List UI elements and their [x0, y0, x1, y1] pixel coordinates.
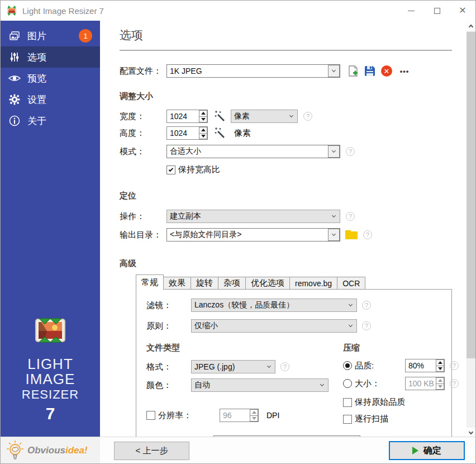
magic-wand-icon[interactable]	[214, 127, 226, 139]
delete-profile-button[interactable]: ✕	[380, 64, 393, 78]
check-icon	[169, 167, 173, 171]
sidebar-item-settings[interactable]: 设置	[1, 89, 100, 110]
eye-icon	[8, 72, 21, 84]
chevron-down-icon[interactable]	[328, 145, 340, 158]
sidebar-item-images[interactable]: 图片 1	[1, 25, 100, 46]
vertical-scrollbar[interactable]	[467, 21, 475, 438]
ok-button[interactable]: 确定	[389, 441, 465, 460]
ellipsis-icon: •••	[400, 67, 410, 75]
help-icon[interactable]: ?	[363, 230, 372, 239]
size-spinner[interactable]: 100 KB	[405, 377, 445, 390]
radio-dot-icon	[345, 363, 350, 368]
keep-aspect-label: 保持宽高比	[178, 164, 220, 175]
magic-wand-icon[interactable]	[214, 110, 226, 122]
height-increment-button[interactable]	[199, 127, 207, 134]
back-button[interactable]: < 上一步	[114, 442, 189, 460]
dpi-label: DPI	[266, 411, 279, 420]
format-dropdown[interactable]: JPEG (.jpg)	[191, 360, 275, 373]
tab-general[interactable]: 常规	[136, 274, 164, 290]
size-decrement-button[interactable]	[436, 384, 444, 390]
profile-value: 1K JPEG	[167, 67, 328, 75]
output-label: 输出目录：	[120, 230, 166, 240]
quality-radio[interactable]	[343, 361, 352, 370]
resolution-decrement-button[interactable]	[250, 416, 258, 422]
scrollbar-thumb[interactable]	[467, 32, 475, 358]
height-spinner[interactable]: 1024	[166, 126, 208, 140]
help-icon[interactable]: ?	[346, 147, 355, 156]
folder-icon[interactable]	[345, 230, 358, 240]
resolution-checkbox[interactable]	[146, 411, 155, 420]
principle-value: 仅缩小	[192, 321, 344, 331]
keep-aspect-row[interactable]: 保持宽高比	[166, 164, 467, 175]
help-icon[interactable]: ?	[362, 301, 371, 310]
help-icon[interactable]: ?	[303, 112, 312, 121]
sidebar-item-preview[interactable]: 预览	[1, 68, 100, 89]
advanced-heading: 高级	[120, 258, 467, 269]
new-profile-button[interactable]	[346, 64, 360, 78]
more-options-button[interactable]: •••	[398, 64, 411, 78]
scroll-up-button[interactable]	[467, 21, 475, 31]
size-radio[interactable]	[343, 379, 352, 388]
action-value: 建立副本	[167, 211, 327, 221]
sidebar-item-options[interactable]: 选项	[1, 46, 100, 68]
mode-combobox[interactable]: 合适大小	[166, 145, 340, 158]
profile-combobox[interactable]: 1K JPEG	[166, 64, 340, 78]
maximize-button[interactable]	[424, 1, 450, 21]
resolution-spinner[interactable]: 96	[220, 409, 259, 422]
close-button[interactable]: ✕	[450, 1, 475, 21]
action-dropdown[interactable]: 建立副本	[166, 210, 340, 223]
color-row: 颜色： 自动	[146, 378, 343, 392]
save-profile-button[interactable]	[363, 64, 377, 78]
keep-original-row[interactable]: 保持原始品质	[343, 397, 459, 408]
height-value: 1024	[167, 127, 199, 139]
sidebar-item-label: 选项	[27, 51, 46, 64]
help-icon[interactable]: ?	[362, 321, 371, 330]
chevron-down-icon[interactable]	[328, 229, 340, 241]
width-decrement-button[interactable]	[199, 117, 207, 123]
advanced-tabs: 常规 效果 旋转 杂项 优化选项 remove.bg OCR	[136, 274, 467, 290]
chevron-down-icon[interactable]	[328, 65, 340, 77]
quality-increment-button[interactable]	[436, 359, 444, 366]
minimize-button[interactable]	[398, 1, 424, 21]
height-unit-text: 像素	[231, 128, 251, 139]
brand-version-number: 7	[1, 404, 100, 423]
height-decrement-button[interactable]	[199, 134, 207, 140]
tab-rotate[interactable]: 旋转	[191, 277, 218, 290]
quality-decrement-button[interactable]	[436, 366, 444, 372]
output-combobox[interactable]: <与原始文件同目录>	[166, 228, 340, 242]
keep-aspect-checkbox[interactable]	[166, 165, 175, 174]
help-icon[interactable]: ?	[280, 362, 289, 371]
tab-misc[interactable]: 杂项	[218, 277, 246, 290]
tab-ocr[interactable]: OCR	[337, 277, 365, 290]
help-icon[interactable]: ?	[346, 212, 355, 221]
help-icon[interactable]: ?	[450, 379, 459, 388]
close-icon: ✕	[459, 6, 466, 15]
sidebar-item-label: 关于	[27, 115, 46, 127]
width-spinner[interactable]: 1024	[166, 110, 208, 123]
sidebar-item-label: 图片	[27, 30, 46, 42]
action-label: 操作：	[120, 211, 166, 222]
window-controls: ✕	[398, 1, 475, 21]
progressive-checkbox[interactable]	[343, 415, 352, 424]
tab-optimization[interactable]: 优化选项	[246, 277, 290, 290]
titlebar: Light Image Resizer 7 ✕	[1, 1, 475, 21]
tab-effects[interactable]: 效果	[164, 277, 191, 290]
action-row: 操作： 建立副本 ?	[120, 210, 467, 223]
width-unit-dropdown[interactable]: 像素	[231, 110, 298, 123]
size-increment-button[interactable]	[436, 377, 444, 384]
width-increment-button[interactable]	[199, 110, 207, 117]
quality-spinner[interactable]: 80%	[405, 359, 445, 372]
filter-dropdown[interactable]: Lanczos（较慢，品质最佳）	[191, 299, 357, 312]
output-value: <与原始文件同目录>	[167, 230, 328, 240]
tab-removebg[interactable]: remove.bg	[290, 277, 337, 290]
principle-dropdown[interactable]: 仅缩小	[191, 319, 357, 333]
progressive-row[interactable]: 逐行扫描	[343, 414, 459, 424]
keep-original-checkbox[interactable]	[343, 398, 352, 407]
color-dropdown[interactable]: 自动	[191, 378, 329, 392]
sidebar-item-label: 预览	[27, 72, 46, 85]
sidebar-item-about[interactable]: 关于	[1, 110, 100, 131]
help-icon[interactable]: ?	[450, 361, 459, 370]
resolution-increment-button[interactable]	[250, 409, 258, 416]
title-divider	[120, 50, 452, 51]
gear-icon	[8, 93, 21, 106]
